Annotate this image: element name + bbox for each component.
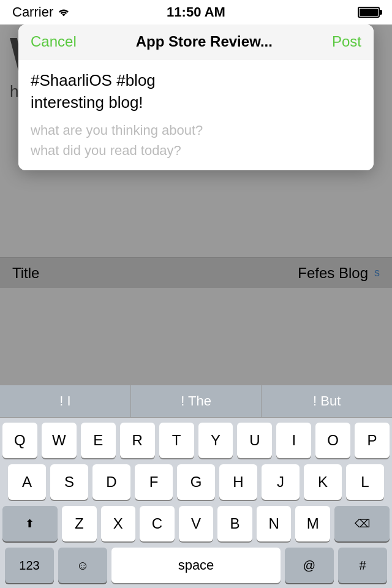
emoji-label: ☺ — [77, 559, 89, 573]
key-l[interactable]: L — [346, 464, 384, 500]
key-o[interactable]: O — [315, 423, 350, 458]
key-row-4: 123 ☺ space @ # — [2, 548, 390, 583]
key-q[interactable]: Q — [2, 423, 37, 458]
key-z[interactable]: Z — [62, 506, 97, 541]
battery-icon — [358, 7, 380, 18]
numbers-key[interactable]: 123 — [5, 548, 54, 583]
carrier-text: Carrier — [12, 4, 53, 20]
numbers-label: 123 — [19, 559, 39, 573]
key-d[interactable]: D — [92, 464, 130, 500]
key-g[interactable]: G — [177, 464, 215, 500]
key-b[interactable]: B — [217, 506, 252, 541]
autocomplete-bar: ! I ! The ! But — [0, 385, 392, 418]
status-right — [358, 7, 380, 18]
key-n[interactable]: N — [257, 506, 292, 541]
key-c[interactable]: C — [140, 506, 175, 541]
key-i[interactable]: I — [276, 423, 311, 458]
autocomplete-item-2[interactable]: ! The — [131, 385, 262, 417]
hash-key[interactable]: # — [338, 548, 387, 583]
key-t[interactable]: T — [159, 423, 194, 458]
key-j[interactable]: J — [262, 464, 300, 500]
cancel-button[interactable]: Cancel — [31, 33, 77, 50]
key-h[interactable]: H — [219, 464, 257, 500]
key-a[interactable]: A — [8, 464, 46, 500]
key-row-1: Q W E R T Y U I O P — [2, 423, 390, 458]
key-m[interactable]: M — [295, 506, 330, 541]
modal-placeholder: what are you thinking about?what did you… — [31, 120, 361, 160]
modal-body-text: #ShaarliOS #bloginteresting blog! — [31, 69, 361, 114]
key-y[interactable]: Y — [198, 423, 233, 458]
space-label: space — [178, 557, 214, 573]
key-u[interactable]: U — [237, 423, 272, 458]
key-v[interactable]: V — [179, 506, 214, 541]
wifi-icon — [57, 7, 70, 17]
key-f[interactable]: F — [135, 464, 173, 500]
key-s[interactable]: S — [50, 464, 88, 500]
backspace-key[interactable]: ⌫ — [334, 506, 390, 541]
carrier-label: Carrier — [12, 4, 70, 20]
status-time: 11:50 AM — [167, 4, 225, 20]
hash-label: # — [359, 559, 366, 573]
keyboard-section: ! I ! The ! But Q W E R T Y U I O P A S … — [0, 385, 392, 588]
modal-title: App Store Review... — [136, 33, 273, 50]
status-bar: Carrier 11:50 AM — [0, 0, 392, 24]
compose-modal: Cancel App Store Review... Post #Shaarli… — [18, 24, 374, 170]
key-k[interactable]: K — [304, 464, 342, 500]
shift-key[interactable]: ⬆ — [2, 506, 58, 541]
emoji-key[interactable]: ☺ — [58, 548, 107, 583]
autocomplete-item-3[interactable]: ! But — [262, 385, 392, 417]
key-row-3: ⬆ Z X C V B N M ⌫ — [2, 506, 390, 541]
key-w[interactable]: W — [42, 423, 77, 458]
at-label: @ — [303, 559, 315, 573]
keyboard: Q W E R T Y U I O P A S D F G H J K L ⬆ … — [0, 418, 392, 588]
modal-header: Cancel App Store Review... Post — [18, 24, 374, 59]
key-x[interactable]: X — [101, 506, 136, 541]
key-p[interactable]: P — [355, 423, 390, 458]
at-key[interactable]: @ — [285, 548, 334, 583]
autocomplete-item-1[interactable]: ! I — [0, 385, 131, 417]
key-r[interactable]: R — [120, 423, 155, 458]
key-e[interactable]: E — [81, 423, 116, 458]
space-key[interactable]: space — [111, 548, 281, 583]
key-row-2: A S D F G H J K L — [2, 464, 390, 500]
modal-content[interactable]: #ShaarliOS #bloginteresting blog! what a… — [18, 59, 374, 170]
post-button[interactable]: Post — [332, 33, 361, 50]
